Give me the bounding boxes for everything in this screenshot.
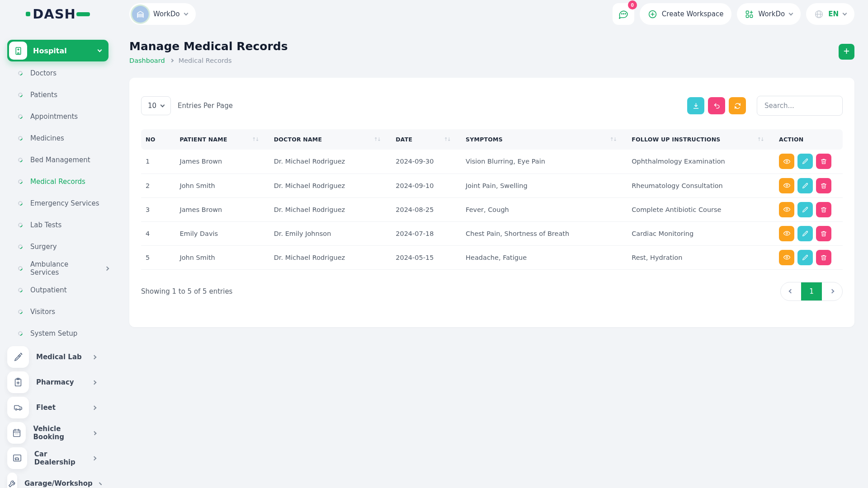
column-header-patient-name[interactable]: PATIENT NAME↑↓ <box>175 129 269 150</box>
sidebar-section-hospital[interactable]: Hospital <box>7 40 108 61</box>
plus-circle-icon <box>648 9 657 19</box>
sidebar-item-emergency-services[interactable]: Emergency Services <box>7 192 108 214</box>
edit-button[interactable] <box>797 250 813 265</box>
sidebar-item-medicines[interactable]: Medicines <box>7 127 108 149</box>
clipboard-plus-icon <box>7 371 29 393</box>
delete-button[interactable] <box>816 250 831 265</box>
sidebar-item-system-setup[interactable]: System Setup <box>7 323 108 344</box>
plus-icon: + <box>844 46 849 56</box>
sidebar-item-bed-management[interactable]: Bed Management <box>7 149 108 171</box>
next-page-button[interactable] <box>822 282 842 300</box>
showing-entries-text: Showing 1 to 5 of 5 entries <box>141 287 232 296</box>
messages-button[interactable]: 0 <box>613 3 634 25</box>
column-header-doctor-name[interactable]: DOCTOR NAME↑↓ <box>269 129 392 150</box>
table-row: 4 Emily Davis Dr. Emily Johnson 2024-07-… <box>141 221 843 245</box>
prev-page-button[interactable] <box>781 282 801 300</box>
cell-date: 2024-09-30 <box>391 150 461 174</box>
sidebar-item-label: Medicines <box>30 134 64 142</box>
edit-button[interactable] <box>797 178 813 193</box>
grid-plus-icon <box>745 10 754 19</box>
sidebar-module-vehicle-booking[interactable]: Vehicle Booking <box>7 420 108 446</box>
cell-patient: James Brown <box>175 197 269 221</box>
cell-doctor: Dr. Michael Rodriguez <box>269 197 392 221</box>
view-button[interactable] <box>779 202 794 217</box>
column-header-follow-up[interactable]: FOLLOW UP INSTRUCTIONS↑↓ <box>627 129 774 150</box>
add-record-button[interactable]: + <box>839 44 854 60</box>
undo-button[interactable] <box>708 97 725 114</box>
pencil-icon <box>802 254 809 261</box>
chevron-down-icon <box>184 11 188 16</box>
pencil-icon <box>802 206 809 213</box>
breadcrumb-dashboard-link[interactable]: Dashboard <box>129 57 165 64</box>
messages-badge: 0 <box>628 0 637 9</box>
cell-symptoms: Joint Pain, Swelling <box>461 174 627 197</box>
breadcrumb-current: Medical Records <box>179 57 232 64</box>
sidebar-item-lab-tests[interactable]: Lab Tests <box>7 214 108 236</box>
sidebar-item-label: Medical Records <box>30 178 85 186</box>
sidebar-module-pharmacy[interactable]: Pharmacy <box>7 370 108 395</box>
table-toolbar <box>687 96 843 116</box>
cell-patient: James Brown <box>175 150 269 174</box>
delete-button[interactable] <box>816 178 831 193</box>
delete-button[interactable] <box>816 154 831 169</box>
globe-icon <box>814 9 824 19</box>
delete-button[interactable] <box>816 226 831 241</box>
logo-dash-icon <box>76 12 90 16</box>
view-button[interactable] <box>779 154 794 169</box>
trash-icon <box>820 206 827 213</box>
sidebar-item-outpatient[interactable]: Outpatient <box>7 279 108 301</box>
create-workspace-button[interactable]: Create Workspace <box>640 3 732 25</box>
column-header-symptoms[interactable]: SYMPTOMS↑↓ <box>461 129 627 150</box>
sidebar-item-medical-records[interactable]: Medical Records <box>7 171 108 192</box>
bullet-icon <box>17 244 24 250</box>
brand-logo[interactable]: DASH <box>0 6 116 22</box>
export-button[interactable] <box>687 97 704 114</box>
car-window-icon <box>7 447 27 469</box>
search-input[interactable] <box>757 96 843 116</box>
edit-button[interactable] <box>797 154 813 169</box>
wrench-icon <box>7 473 17 488</box>
edit-button[interactable] <box>797 202 813 217</box>
sidebar-item-appointments[interactable]: Appointments <box>7 106 108 127</box>
refresh-icon <box>734 102 741 110</box>
sidebar-item-patients[interactable]: Patients <box>7 84 108 106</box>
chevron-right-icon <box>92 456 97 460</box>
module-label: Pharmacy <box>36 378 74 386</box>
chevron-right-icon <box>105 266 109 271</box>
sidebar-item-ambulance-services[interactable]: Ambulance Services <box>7 258 108 279</box>
sidebar-module-medical-lab[interactable]: Medical Lab <box>7 344 108 370</box>
cell-follow-up: Complete Antibiotic Course <box>627 197 774 221</box>
bullet-icon <box>17 157 24 163</box>
sort-icon: ↑↓ <box>757 136 770 142</box>
current-page[interactable]: 1 <box>801 282 822 300</box>
delete-button[interactable] <box>816 202 831 217</box>
language-selector[interactable]: EN <box>806 3 854 25</box>
sidebar-module-garage-workshop[interactable]: Garage/Workshop <box>7 471 108 488</box>
chevron-right-icon <box>92 380 97 385</box>
sidebar-module-fleet[interactable]: Fleet <box>7 395 108 420</box>
bullet-icon <box>17 265 24 272</box>
sidebar-item-doctors[interactable]: Doctors <box>7 62 108 84</box>
cell-no: 2 <box>141 174 175 197</box>
workspace-selector[interactable]: WorkDo <box>129 3 196 25</box>
entries-per-page-select[interactable]: 10 <box>141 96 171 115</box>
chevron-down-icon <box>789 11 793 16</box>
refresh-button[interactable] <box>729 97 746 114</box>
cell-doctor: Dr. Michael Rodriguez <box>269 150 392 174</box>
view-button[interactable] <box>779 178 794 193</box>
sort-icon: ↑↓ <box>252 136 264 142</box>
hospital-icon <box>9 42 27 60</box>
eye-icon <box>783 182 791 189</box>
cell-no: 4 <box>141 221 175 245</box>
view-button[interactable] <box>779 226 794 241</box>
workspace-menu-button[interactable]: WorkDo <box>737 3 801 25</box>
sidebar-module-car-dealership[interactable]: Car Dealership <box>7 446 108 471</box>
table-controls: 10 Entries Per Page <box>141 96 843 116</box>
bullet-icon <box>17 135 24 141</box>
column-header-date[interactable]: DATE↑↓ <box>391 129 461 150</box>
edit-button[interactable] <box>797 226 813 241</box>
cell-date: 2024-05-15 <box>391 245 461 269</box>
view-button[interactable] <box>779 250 794 265</box>
sidebar-item-surgery[interactable]: Surgery <box>7 236 108 258</box>
sidebar-item-visitors[interactable]: Visitors <box>7 301 108 323</box>
